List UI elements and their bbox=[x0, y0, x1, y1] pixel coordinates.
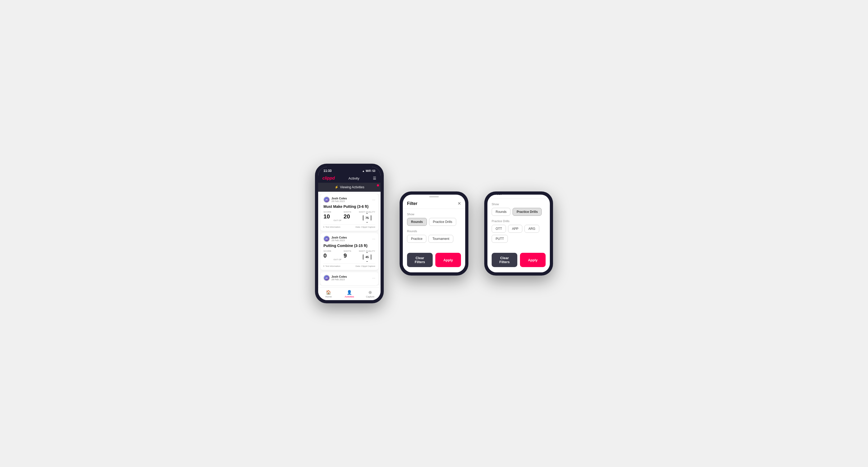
user-name-2: Josh Coles bbox=[331, 236, 347, 239]
more-btn-1[interactable]: ··· bbox=[372, 197, 375, 202]
logo-1: clippd bbox=[322, 176, 335, 181]
chip-ott-3[interactable]: OTT bbox=[492, 225, 506, 233]
scene: 11:33 ▲ WiFi 53 clippd Activity ☰ ⚡ View… bbox=[299, 148, 569, 319]
header-title-1: Activity bbox=[348, 176, 359, 180]
avatar-img-2: JC bbox=[324, 236, 329, 242]
filter-icon-1: ⚡ bbox=[335, 185, 339, 189]
practice-label-3: Practice Drills bbox=[492, 219, 546, 223]
filter-footer-3: Clear Filters Apply bbox=[488, 250, 550, 272]
practice-chips-3: OTT APP ARG PUTT bbox=[492, 225, 546, 243]
user-info-2: JC Josh Coles 28 Feb 2023 bbox=[323, 236, 347, 242]
data-source-1: Data: Clippd Capture bbox=[355, 226, 375, 228]
shots-value-2: 9 bbox=[344, 252, 351, 259]
clear-filters-btn-2[interactable]: Clear Filters bbox=[407, 253, 433, 267]
user-date-2: 28 Feb 2023 bbox=[331, 239, 347, 242]
user-info-3: JC Josh Coles 28 Feb 2023 bbox=[323, 275, 347, 281]
apply-btn-3[interactable]: Apply bbox=[520, 253, 546, 267]
activity-item-2: JC Josh Coles 28 Feb 2023 ··· Putting Co… bbox=[320, 233, 378, 270]
info-text-2: Test Information bbox=[325, 265, 340, 267]
notch bbox=[339, 167, 360, 174]
chip-putt-3[interactable]: PUTT bbox=[492, 235, 508, 243]
out-of-2: OUT OF bbox=[334, 258, 341, 261]
shots-value-1: 20 bbox=[344, 213, 351, 220]
footer-info-1: ℹ Test Information bbox=[323, 226, 340, 228]
notification-dot-1 bbox=[377, 184, 379, 186]
clear-filters-btn-3[interactable]: Clear Filters bbox=[492, 253, 517, 267]
user-details-2: Josh Coles 28 Feb 2023 bbox=[331, 236, 347, 242]
show-label-2: Show bbox=[407, 213, 461, 216]
rounds-chips-2: Practice Tournament bbox=[407, 235, 461, 243]
score-label-2: Score bbox=[323, 250, 331, 252]
filter-title-3: Filter bbox=[492, 195, 502, 196]
more-btn-2[interactable]: ··· bbox=[372, 237, 375, 241]
viewing-bar-1[interactable]: ⚡ Viewing Activities bbox=[318, 183, 380, 192]
activity-list: JC Josh Coles 28 Feb 2023 ··· Must Make … bbox=[318, 194, 380, 285]
battery-icon: 53 bbox=[372, 169, 375, 173]
phone-3: 11:33 ▲ WiFi 53 clippd Activity ☰ ⚡ View… bbox=[484, 191, 553, 276]
chip-rounds-3[interactable]: Rounds bbox=[492, 208, 510, 216]
filter-modal-3: Filter ✕ Show Rounds Practice Drills Pra… bbox=[488, 195, 550, 272]
chip-practice-2[interactable]: Practice bbox=[407, 235, 426, 243]
user-details-1: Josh Coles 28 Feb 2023 bbox=[331, 197, 347, 203]
capture-icon-1: ⊕ bbox=[368, 290, 372, 295]
stats-row-1: Score 10 OUT OF Shots 20 Shot Quality 75 bbox=[323, 211, 375, 223]
activities-icon-1: 👤 bbox=[347, 290, 352, 295]
sq-label-2: Shot Quality bbox=[359, 250, 375, 252]
status-icons-1: ▲ WiFi 53 bbox=[362, 169, 375, 173]
user-date-3: 28 Feb 2023 bbox=[331, 278, 347, 281]
signal-icon: ▲ bbox=[362, 169, 365, 173]
score-group-1: Score 10 bbox=[323, 211, 331, 220]
shot-quality-2: Shot Quality 45 bbox=[359, 250, 375, 262]
filter-footer-2: Clear Filters Apply bbox=[403, 250, 465, 272]
filter-close-2[interactable]: ✕ bbox=[458, 201, 461, 206]
chip-tournament-2[interactable]: Tournament bbox=[429, 235, 453, 243]
activity-title-1: Must Make Putting (3-6 ft) bbox=[323, 205, 375, 209]
home-icon-1: 🏠 bbox=[326, 290, 331, 295]
avatar-3: JC bbox=[323, 275, 330, 281]
score-value-2: 0 bbox=[323, 252, 331, 259]
avatar-img-3: JC bbox=[324, 275, 329, 281]
filter-handle-2 bbox=[429, 196, 439, 197]
user-details-3: Josh Coles 28 Feb 2023 bbox=[331, 275, 347, 281]
filter-header-2: Filter ✕ bbox=[403, 199, 465, 209]
phone-1: 11:33 ▲ WiFi 53 clippd Activity ☰ ⚡ View… bbox=[315, 164, 384, 303]
nav-activities-1[interactable]: 👤 Activities bbox=[339, 288, 360, 300]
home-label-1: Home bbox=[325, 295, 332, 298]
nav-capture-1[interactable]: ⊕ Capture bbox=[360, 288, 380, 300]
chip-practice-drills-2[interactable]: Practice Drills bbox=[429, 218, 456, 226]
chip-app-3[interactable]: APP bbox=[508, 225, 522, 233]
shot-quality-1: Shot Quality 75 bbox=[359, 211, 375, 223]
chip-arg-3[interactable]: ARG bbox=[524, 225, 539, 233]
hexagon-2: 45 bbox=[363, 252, 371, 262]
wifi-icon: WiFi bbox=[366, 169, 371, 173]
apply-btn-2[interactable]: Apply bbox=[435, 253, 461, 267]
footer-info-2: ℹ Test Information bbox=[323, 265, 340, 267]
rounds-label-2: Rounds bbox=[407, 229, 461, 233]
hexagon-1: 75 bbox=[363, 213, 371, 223]
show-chips-2: Rounds Practice Drills bbox=[407, 218, 461, 226]
activity-title-2: Putting Combine (3-15 ft) bbox=[323, 244, 375, 248]
filter-body-2: Show Rounds Practice Drills Rounds Pract… bbox=[403, 209, 465, 250]
chip-rounds-2[interactable]: Rounds bbox=[407, 218, 427, 226]
chip-practice-drills-3[interactable]: Practice Drills bbox=[513, 208, 541, 216]
activity-footer-2: ℹ Test Information Data: Clippd Capture bbox=[323, 263, 375, 267]
user-info-1: JC Josh Coles 28 Feb 2023 bbox=[323, 196, 347, 203]
more-btn-3[interactable]: ··· bbox=[372, 276, 375, 280]
filter-close-3[interactable]: ✕ bbox=[542, 195, 546, 196]
bottom-nav-1: 🏠 Home 👤 Activities ⊕ Capture bbox=[318, 287, 380, 300]
shots-group-1: Shots 20 bbox=[344, 211, 351, 220]
activity-item-3: JC Josh Coles 28 Feb 2023 ··· bbox=[320, 272, 378, 285]
activity-user-1: JC Josh Coles 28 Feb 2023 ··· bbox=[323, 196, 375, 203]
avatar-2: JC bbox=[323, 236, 330, 242]
activity-item-1: JC Josh Coles 28 Feb 2023 ··· Must Make … bbox=[320, 194, 378, 231]
time-1: 11:33 bbox=[323, 169, 332, 173]
menu-icon-1[interactable]: ☰ bbox=[373, 176, 376, 180]
info-icon-1: ℹ bbox=[323, 226, 324, 228]
phone-2: 11:33 ▲ WiFi 53 clippd Activity ☰ ⚡ View… bbox=[400, 191, 468, 276]
nav-home-1[interactable]: 🏠 Home bbox=[318, 288, 339, 300]
show-label-3: Show bbox=[492, 203, 546, 206]
filter-title-2: Filter bbox=[407, 201, 417, 206]
out-of-1: OUT OF bbox=[334, 219, 341, 222]
user-name-1: Josh Coles bbox=[331, 197, 347, 200]
user-date-1: 28 Feb 2023 bbox=[331, 200, 347, 203]
